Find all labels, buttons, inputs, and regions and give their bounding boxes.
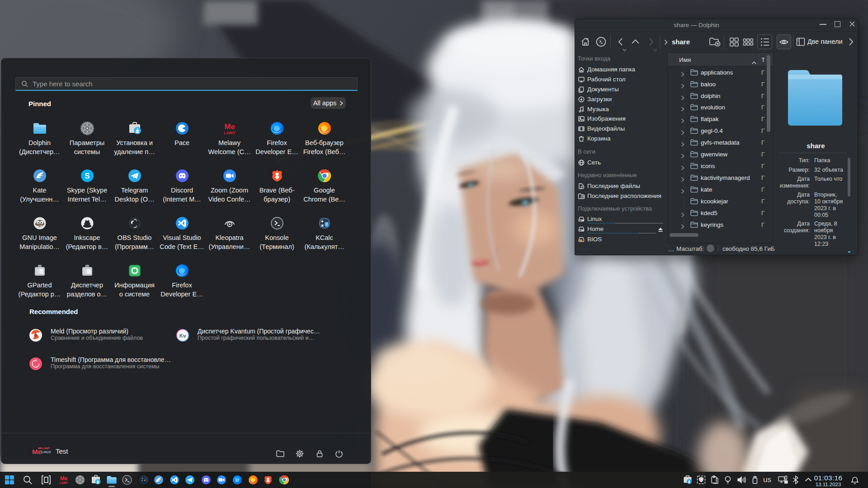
svg-text:Me: Me: [32, 448, 42, 455]
svg-text:Kv: Kv: [179, 333, 186, 338]
svg-text:S: S: [85, 172, 90, 180]
svg-text:LINUX: LINUX: [42, 450, 51, 454]
svg-text:Me: Me: [224, 122, 235, 131]
svg-text:Me: Me: [60, 475, 68, 482]
svg-text:LAWY: LAWY: [60, 481, 68, 484]
svg-text:LAWY: LAWY: [224, 131, 236, 135]
